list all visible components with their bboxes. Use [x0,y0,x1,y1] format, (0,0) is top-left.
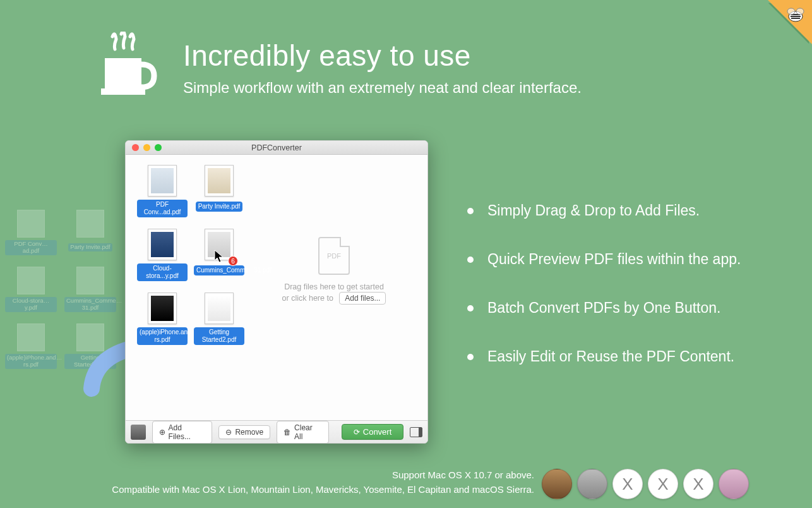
bullet-item: Simply Drag & Drop to Add Files. [467,202,741,219]
file-label: Cummins_Comme...31.pdf [194,265,244,275]
ghost-file-label: PDF Conv…ad.pdf [5,240,57,255]
app-window: PDFConverter PDF Conv...ad.pdf Party Inv… [125,140,428,444]
file-label: Party Invite.pdf [196,202,243,212]
ghost-file-label: (apple)iPhone.and…rs.pdf [5,354,57,369]
drag-count-badge: 6 [228,256,238,266]
file-item[interactable]: (apple)iPhone.and…rs.pdf [136,293,189,345]
drop-text-line2: or click here to [282,294,333,303]
svg-point-3 [796,8,804,15]
hero-title: Incredibly easy to use [183,39,582,73]
bullet-item: Easily Edit or Reuse the PDF Content. [467,348,741,365]
file-item[interactable]: Party Invite.pdf [193,165,246,217]
window-titlebar[interactable]: PDFConverter [126,141,427,155]
dropzone-hint: PDF Drag files here to get started or cl… [255,237,413,303]
clear-all-button[interactable]: 🗑Clear All [277,421,329,444]
ghost-file-label: Cummins_Comme…31.pdf [64,297,116,312]
file-item[interactable]: Cloud-stora...y.pdf [136,229,189,281]
remove-button[interactable]: ⊖Remove [218,425,270,439]
trash-icon: 🗑 [284,428,291,436]
bullet-item: Batch Convert PDFs by One Button. [467,299,741,317]
window-title: PDFConverter [126,143,427,152]
bee-logo-icon [783,3,808,28]
file-item[interactable]: PDF Conv...ad.pdf [136,165,189,217]
file-label: Cloud-stora...y.pdf [137,263,188,281]
file-item[interactable]: Getting Started2.pdf [193,293,246,345]
os-mavericks-icon: X [612,469,643,499]
minus-icon: ⊖ [225,428,232,436]
footer-text: Support Mac OS X 10.7 or above. Compatib… [112,468,534,497]
os-compatibility-icons: X X X [542,469,749,499]
hero-subtitle: Simple workflow with an extremely neat a… [183,79,582,97]
file-thumb-icon [148,293,177,324]
os-el-capitan-icon: X [683,469,713,499]
file-thumb-icon [148,165,177,197]
footer-line2: Compatible with Mac OS X Lion, Mountain … [112,483,534,497]
plus-icon: ⊕ [159,428,165,436]
toolbar: ⊕Add Files... ⊖Remove 🗑Clear All ⟳Conver… [126,420,427,443]
coffee-cup-icon [95,32,158,104]
os-mountain-lion-icon [577,469,607,499]
svg-rect-4 [105,58,141,88]
convert-button[interactable]: ⟳Convert [342,424,404,440]
file-label: (apple)iPhone.and…rs.pdf [137,327,188,345]
file-thumb-icon [148,229,177,260]
drop-text-line1: Drag files here to get started [255,282,413,291]
add-files-button[interactable]: ⊕Add Files... [152,421,213,444]
os-yosemite-icon: X [648,469,678,499]
svg-point-2 [787,8,795,15]
refresh-icon: ⟳ [354,428,360,436]
add-files-link[interactable]: Add files... [339,292,386,305]
file-thumb-icon [205,293,234,324]
file-drop-workzone[interactable]: PDF Conv...ad.pdf Party Invite.pdf Cloud… [126,155,427,420]
bullet-item: Quick Preview PDF files within the app. [467,251,741,268]
os-lion-icon [542,469,572,499]
os-sierra-icon [719,469,749,499]
file-label: PDF Conv...ad.pdf [137,200,188,217]
footer-line1: Support Mac OS X 10.7 or above. [112,468,534,483]
svg-rect-5 [101,88,145,95]
pdf-app-icon [131,425,146,440]
ghost-file-label: Party Invite.pdf [68,243,112,251]
file-thumb-icon [205,165,234,197]
file-label: Getting Started2.pdf [194,327,244,345]
feature-bullets: Simply Drag & Drop to Add Files. Quick P… [467,202,741,397]
pdf-ghost-icon: PDF [318,237,350,275]
sidebar-toggle-button[interactable] [410,427,422,437]
ghost-file-label: Cloud-stora…y.pdf [5,297,57,312]
cursor-icon [214,250,225,267]
